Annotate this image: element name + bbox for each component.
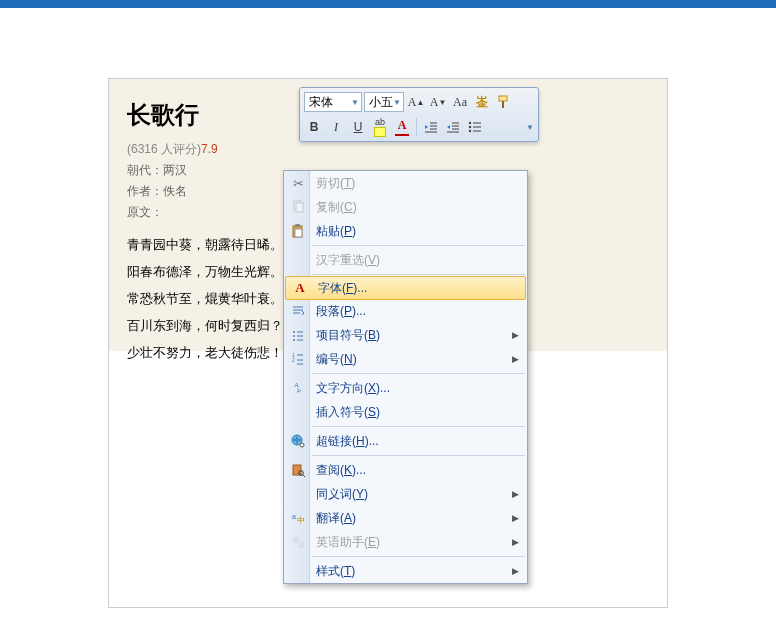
shrink-font-button[interactable]: A▼	[428, 92, 448, 112]
decrease-indent-button[interactable]	[421, 117, 441, 137]
font-color-button[interactable]: A	[392, 117, 412, 137]
bullets-icon	[286, 323, 310, 347]
menu-label: 粘贴(P)	[310, 223, 527, 240]
svg-text:中: 中	[297, 516, 305, 525]
rating-count: (6316 人评分)	[127, 142, 201, 156]
rating-score: 7.9	[201, 142, 218, 156]
menu-item-paste[interactable]: 粘贴(P)	[284, 219, 527, 243]
menu-label: 同义词(Y)	[310, 486, 527, 503]
submenu-arrow-icon: ▶	[512, 513, 519, 523]
copy-icon	[286, 195, 310, 219]
menu-item-styles[interactable]: 样式(T) ▶	[284, 559, 527, 583]
menu-item-bullets[interactable]: 项目符号(B) ▶	[284, 323, 527, 347]
font-size-dropdown[interactable]: 小五 ▼	[364, 92, 404, 112]
svg-rect-19	[295, 224, 300, 227]
underline-button[interactable]: U	[348, 117, 368, 137]
menu-item-cjk-reselect[interactable]: 汉字重选(V)	[284, 248, 527, 272]
window-top-border	[0, 0, 776, 8]
submenu-arrow-icon: ▶	[512, 566, 519, 576]
format-painter-button[interactable]	[494, 92, 514, 112]
svg-rect-0	[499, 96, 507, 101]
menu-separator	[312, 455, 525, 456]
svg-point-11	[469, 126, 471, 128]
blank-icon	[286, 400, 310, 424]
submenu-arrow-icon: ▶	[512, 537, 519, 547]
globe-link-icon	[286, 429, 310, 453]
blank-icon	[286, 248, 310, 272]
chevron-down-icon: ▼	[393, 98, 401, 107]
paragraph-icon	[286, 299, 310, 323]
svg-point-44	[293, 537, 299, 543]
menu-item-font[interactable]: A 字体(F)...	[285, 276, 526, 300]
menu-item-english-assistant[interactable]: 英语助手(E) ▶	[284, 530, 527, 554]
increase-indent-button[interactable]	[443, 117, 463, 137]
paste-icon	[286, 219, 310, 243]
menu-item-copy[interactable]: 复制(C)	[284, 195, 527, 219]
toolbar-separator	[416, 118, 417, 136]
svg-point-25	[293, 335, 295, 337]
menu-label: 复制(C)	[310, 199, 527, 216]
svg-text:a: a	[292, 513, 296, 520]
menu-item-paragraph[interactable]: 段落(P)...	[284, 299, 527, 323]
author-label: 作者：	[127, 184, 163, 198]
grow-font-button[interactable]: A▲	[406, 92, 426, 112]
blank-icon	[286, 482, 310, 506]
svg-rect-17	[296, 203, 303, 212]
text-direction-icon: AA	[286, 376, 310, 400]
numbering-icon: 12	[286, 347, 310, 371]
svg-text:A: A	[295, 388, 303, 393]
submenu-arrow-icon: ▶	[512, 354, 519, 364]
change-case-button[interactable]: Aa	[450, 92, 470, 112]
menu-label: 字体(F)...	[312, 280, 525, 297]
svg-rect-45	[299, 542, 304, 548]
translate-icon: a中	[286, 506, 310, 530]
bold-button[interactable]: B	[304, 117, 324, 137]
highlight-color-button[interactable]: ab	[370, 117, 390, 137]
menu-separator	[312, 373, 525, 374]
chevron-down-icon[interactable]: ▼	[526, 123, 534, 132]
menu-label: 文字方向(X)...	[310, 380, 527, 397]
svg-point-26	[293, 339, 295, 341]
svg-point-10	[469, 122, 471, 124]
assistant-icon	[286, 530, 310, 554]
menu-label: 剪切(T)	[310, 175, 527, 192]
menu-item-insert-symbol[interactable]: 插入符号(S)	[284, 400, 527, 424]
menu-label: 查阅(K)...	[310, 462, 527, 479]
menu-item-lookup[interactable]: 查阅(K)...	[284, 458, 527, 482]
blank-icon	[286, 559, 310, 583]
menu-label: 翻译(A)	[310, 510, 527, 527]
menu-separator	[312, 245, 525, 246]
svg-point-38	[300, 443, 304, 447]
menu-item-numbering[interactable]: 12 编号(N) ▶	[284, 347, 527, 371]
font-name-dropdown[interactable]: 宋体 ▼	[304, 92, 362, 112]
menu-label: 英语助手(E)	[310, 534, 527, 551]
context-menu: ✂ 剪切(T) 复制(C) 粘贴(P) 汉字重选(V) A 字体(F)...	[283, 170, 528, 584]
font-name-value: 宋体	[309, 94, 333, 111]
svg-line-41	[303, 475, 305, 477]
submenu-arrow-icon: ▶	[512, 330, 519, 340]
menu-item-hyperlink[interactable]: 超链接(H)...	[284, 429, 527, 453]
svg-point-24	[293, 331, 295, 333]
svg-rect-20	[295, 229, 302, 237]
menu-item-text-direction[interactable]: AA 文字方向(X)...	[284, 376, 527, 400]
scissors-icon: ✂	[286, 171, 310, 195]
font-size-value: 小五	[369, 94, 393, 111]
svg-point-12	[469, 130, 471, 132]
svg-rect-1	[502, 101, 504, 108]
phonetic-guide-button[interactable]: 崟	[472, 92, 492, 112]
menu-label: 段落(P)...	[310, 303, 527, 320]
book-search-icon	[286, 458, 310, 482]
bullet-list-button[interactable]	[465, 117, 485, 137]
author-value: 佚名	[163, 184, 187, 198]
italic-button[interactable]: I	[326, 117, 346, 137]
menu-item-cut[interactable]: ✂ 剪切(T)	[284, 171, 527, 195]
svg-text:2: 2	[292, 357, 295, 363]
dynasty-label: 朝代：	[127, 163, 163, 177]
rating-line: (6316 人评分)7.9	[127, 141, 649, 158]
menu-label: 超链接(H)...	[310, 433, 527, 450]
menu-separator	[312, 556, 525, 557]
menu-item-translate[interactable]: a中 翻译(A) ▶	[284, 506, 527, 530]
menu-item-synonyms[interactable]: 同义词(Y) ▶	[284, 482, 527, 506]
menu-label: 编号(N)	[310, 351, 527, 368]
menu-separator	[312, 426, 525, 427]
